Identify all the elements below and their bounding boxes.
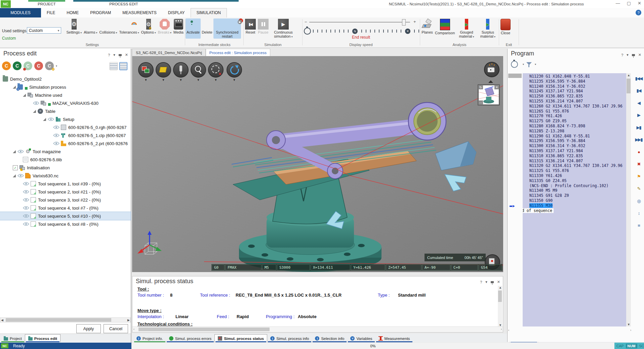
visibility-eye-icon[interactable] [23,206,29,210]
panel-tab[interactable]: Variables [347,335,375,342]
help-icon[interactable]: ? [636,10,641,15]
step-backward-icon[interactable]: ◀ [634,97,644,109]
gcode-line[interactable]: N11275 G0 Z19.05 [529,119,626,124]
ribbon-button[interactable]: Comparison [434,18,456,39]
ribbon-button[interactable]: Delete [201,18,213,39]
speed-minus-button[interactable]: − [305,19,307,25]
stop-marker-button[interactable]: ✕ [405,29,410,34]
visibility-eye-icon[interactable] [48,117,54,121]
help-icon[interactable]: ? [108,53,110,57]
edit-program-icon[interactable]: ✎ [634,183,644,195]
gcode-line[interactable]: N11265 G1 Y55.076 [529,109,626,114]
chevron-down-icon[interactable]: ▾ [138,31,139,34]
gcode-line[interactable]: N11345 G91 G28 Z0 [529,193,626,198]
visibility-eye-icon[interactable] [23,222,29,226]
chevron-down-icon[interactable]: ▾ [494,35,495,38]
chevron-down-icon[interactable]: ▾ [56,64,57,68]
chevron-down-icon[interactable]: ▼ [156,78,171,82]
ribbon-button[interactable]: Reset [244,18,257,39]
ribbon-button[interactable]: Options▾ [140,18,157,35]
close-icon[interactable]: ✕ [638,1,641,6]
tree-row[interactable]: Machine used [0,91,131,99]
block-list-icon[interactable]: ≡ [634,219,644,232]
tree-row[interactable]: Tool sequence 5, tool #10 - (0%) [0,212,131,220]
menu-tab[interactable]: PROGRAM [84,8,117,17]
chevron-down-icon[interactable]: ▾ [113,53,115,57]
breakpoint-icon[interactable]: ⚑ [634,170,644,183]
ribbon-button[interactable]: Surplus material▾ [477,18,498,39]
gcode-line[interactable]: N11315 X136.214 Y24.807 [529,159,626,164]
visibility-eye-icon[interactable] [23,182,29,186]
ribbon-button[interactable]: Synchronized restart [213,18,241,39]
gcode-line[interactable]: N11350 G90 [529,198,626,203]
close-icon[interactable]: ✕ [638,53,641,57]
used-settings-select[interactable]: Custom▼ [27,27,61,34]
scroll-left-icon[interactable]: ‹ [508,329,509,332]
chevron-down-icon[interactable]: ▾ [473,35,474,38]
gcode-line[interactable]: N11340 M5 M9 [529,188,626,193]
more-options-icon[interactable]: ⋯ [478,100,483,105]
minimize-icon[interactable]: — [616,1,620,6]
tree-row[interactable]: Tool magazine [0,147,131,156]
panel-tab[interactable]: Measurements [375,335,413,342]
ribbon-button[interactable]: Settings▾ [66,18,83,35]
tree-row[interactable]: Tool sequence 3, tool #22 - (0%) [0,196,131,204]
preview-thumbnail[interactable]: ↻ ✕ ⋯ [478,84,500,105]
chevron-down-icon[interactable]: ▾ [485,280,487,284]
gcode-line[interactable]: N11335 G0 Z24.05 [529,178,626,183]
scroll-sync-icon[interactable]: ↕ [634,207,644,220]
panel-tab[interactable]: Simul. process errors [166,335,215,342]
timing-icon[interactable] [511,61,518,68]
tree-row[interactable]: Tool sequence 6, tool #8 - (0%) [0,220,131,228]
menu-tab[interactable]: DISPLAY [162,8,191,17]
tree-row[interactable]: Simulation process [0,83,131,91]
gcode-line[interactable]: N11250 X136.865 Y22.835 [529,94,626,99]
speed-ticks[interactable] [361,30,405,33]
gcode-line[interactable]: N11290 G1 X162.848 Y-55.81 [529,134,626,139]
panel-tab[interactable]: Process edit [25,334,61,342]
close-icon[interactable]: ✕ [125,53,128,57]
ribbon-button[interactable]: Alarms▾ [83,18,98,35]
recalculate-options-icon[interactable]: C [45,61,54,70]
ribbon-button[interactable]: Tolerances▾ [118,18,140,35]
camera-view-icon[interactable] [484,62,499,77]
expand-icon[interactable] [23,94,26,97]
expand-icon[interactable] [33,110,36,113]
panel-tab[interactable]: Selection info [312,335,347,342]
detail-view-icon[interactable] [119,62,127,70]
recalculate-all-icon[interactable]: C [2,61,11,70]
recalculate-green-icon[interactable]: C [13,61,22,70]
chevron-down-icon[interactable]: ▼ [173,78,189,82]
vertical-scrollbar[interactable]: ▲ ▼ [498,286,502,327]
next-sequence-icon[interactable]: ▶▮ [634,121,644,134]
tree-row[interactable]: Demo_Optitool2 [0,75,131,83]
go-to-end-icon[interactable]: ▶▶▮ [634,134,644,146]
tree-row[interactable]: Tool sequence 2, tool #21 - (0%) [0,188,131,196]
gcode-line[interactable]: N11300 X156.314 Y-36.032 [529,143,626,148]
scrollbar-thumb[interactable] [627,79,631,93]
speed-slider-handle[interactable] [402,19,406,26]
gcode-line[interactable]: N11325 G1 Y55.076 [529,168,626,173]
help-icon[interactable]: ? [480,280,482,284]
gcode-line[interactable]: N11355 M30 [529,203,626,208]
normal-speed-button[interactable]: N [352,29,358,34]
refresh-icon[interactable]: ↻ [478,85,483,89]
stock-display-icon[interactable] [156,62,171,78]
gcode-line[interactable]: N11305 X137.147 Y21.984 [529,148,626,154]
chevron-down-icon[interactable]: ▼ [227,78,242,82]
panel-tab[interactable]: Project [1,335,25,342]
go-to-start-icon[interactable]: ▮◀◀ [634,72,644,85]
speed-ticks[interactable] [313,30,352,33]
panel-tab[interactable]: Simul. process info [267,335,312,342]
visibility-eye-icon[interactable] [23,214,29,218]
apply-button[interactable]: Apply [76,324,101,333]
gcode-line[interactable]: (NCS-END : Profile Contouring.102) [529,183,626,188]
scroll-left-icon[interactable]: ◀ [1,318,3,322]
chevron-down-icon[interactable]: ▼ [57,28,60,34]
chevron-down-icon[interactable]: ▾ [116,31,117,34]
horizontal-scrollbar[interactable]: ‹ › [508,329,631,334]
pin-icon[interactable] [632,54,635,56]
current-block-icon[interactable]: ● [634,146,644,158]
gcode-line[interactable]: N11270 Y61.426 [529,114,626,119]
tool-display-icon[interactable] [173,62,189,78]
